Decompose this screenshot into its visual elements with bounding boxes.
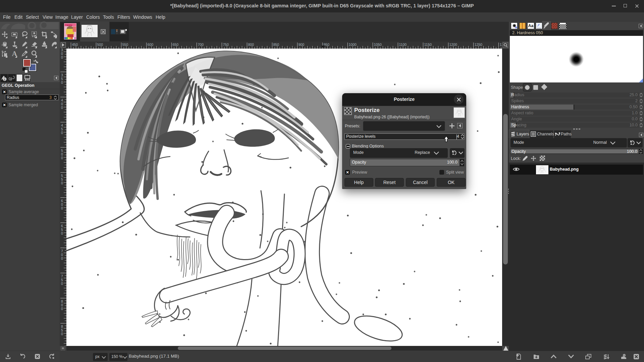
svg-text:0: 0 [61,231,63,235]
svg-text:850: 850 [273,43,279,47]
svg-text:1050: 1050 [374,43,382,47]
svg-text:0: 0 [61,55,63,59]
svg-text:700: 700 [198,43,204,47]
svg-text:i: i [4,78,5,81]
svg-text:1100: 1100 [399,43,407,47]
svg-text:0: 0 [61,256,63,260]
svg-text:0: 0 [61,156,63,160]
svg-text:1250: 1250 [475,43,483,47]
svg-text:800: 800 [248,43,254,47]
svg-text:1200: 1200 [449,43,458,47]
svg-text:450: 450 [72,43,78,47]
svg-text:0: 0 [61,80,63,84]
svg-text:0: 0 [61,307,63,311]
svg-text:500: 500 [97,43,103,47]
svg-text:600: 600 [148,43,154,47]
svg-text:1000: 1000 [349,43,357,47]
svg-text:13: 13 [500,43,502,47]
svg-text:0: 0 [61,131,63,135]
svg-text:750: 750 [223,43,229,47]
svg-text:650: 650 [173,43,179,47]
svg-text:900: 900 [299,43,305,47]
svg-text:550: 550 [122,43,128,47]
svg-text:1150: 1150 [424,43,432,47]
svg-text:0: 0 [61,206,63,210]
svg-text:0: 0 [61,282,63,286]
svg-text:0: 0 [61,332,63,336]
svg-text:0: 0 [61,106,63,110]
svg-text:0: 0 [61,181,63,185]
